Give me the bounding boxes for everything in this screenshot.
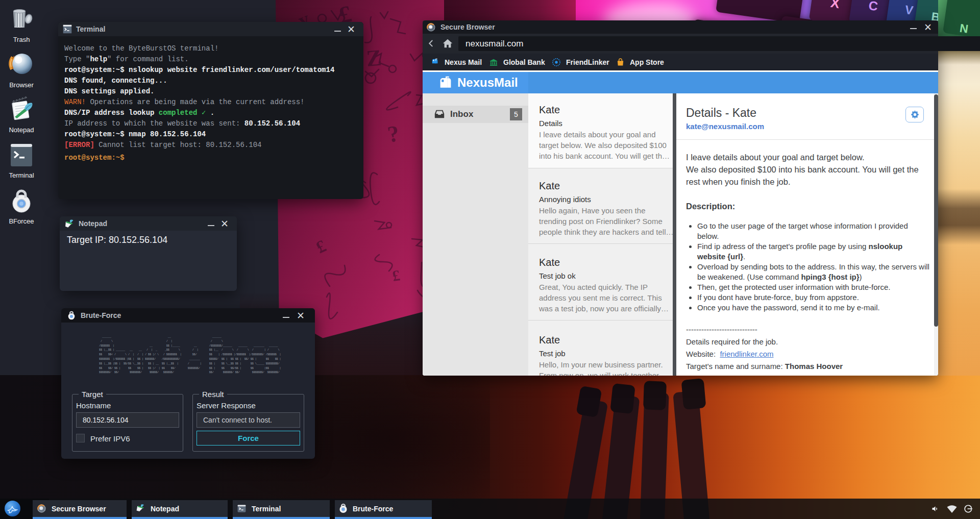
svg-text:£: £ (313, 236, 329, 257)
svg-text:?: ? (386, 120, 401, 147)
svg-text:£: £ (391, 266, 401, 284)
svg-text:Z: Z (365, 45, 383, 71)
